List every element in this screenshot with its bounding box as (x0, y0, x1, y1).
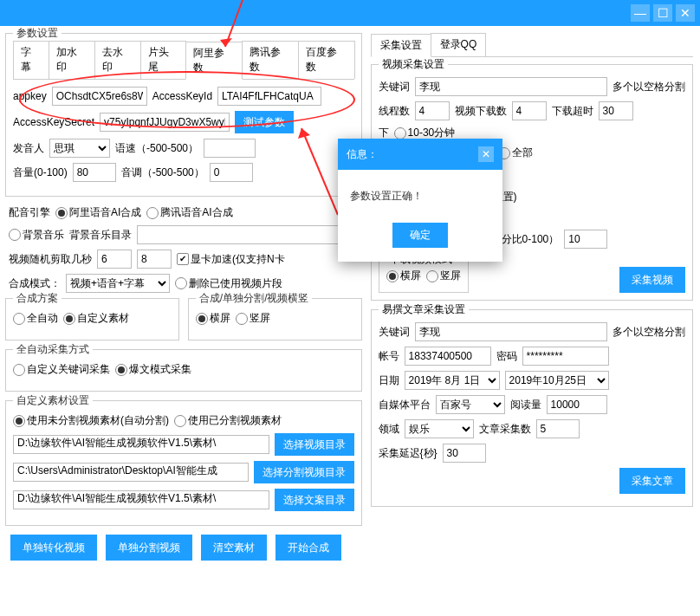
speaker-select[interactable]: 思琪 (49, 139, 110, 158)
bgmusic-dir-label: 背景音乐目录 (69, 228, 132, 243)
modal-header: 信息： ✕ (338, 139, 502, 170)
date-from-select[interactable]: 2019年 8月 1日 (405, 371, 500, 390)
date-to-select[interactable]: 2019年10月25日 (505, 371, 609, 390)
randcut-to-input[interactable] (137, 250, 172, 269)
tab-head-tail[interactable]: 片头尾 (140, 41, 187, 79)
vkw-hint: 多个以空格分割 (612, 80, 685, 94)
dl-mode-group: 下载视频模式 横屏 竖屏 (379, 259, 469, 293)
delete-used-radio[interactable]: 删除已使用视频片段 (175, 276, 282, 291)
art-kw-input[interactable] (415, 322, 607, 341)
timeout-label: 下载超时 (552, 104, 593, 119)
tab-collect-settings[interactable]: 采集设置 (371, 34, 431, 57)
split-dir-path: C:\Users\Administrator\Desktop\AI智能生成 (13, 463, 249, 482)
info-modal: 信息： ✕ 参数设置正确！ 确定 (338, 139, 502, 262)
article-collect-group: 易撰文章采集设置 关键词 多个以空格分割 帐号 密码 日期 2019年 8月 1… (371, 309, 693, 507)
speaker-label: 发音人 (13, 141, 44, 156)
mat-split-radio[interactable]: 使用已分割视频素材 (174, 413, 282, 428)
delay-input[interactable] (443, 444, 486, 463)
close-button[interactable]: ✕ (676, 4, 695, 22)
tab-subtitle[interactable]: 字幕 (13, 41, 49, 79)
select-split-dir-button[interactable]: 选择分割视频目录 (254, 461, 354, 483)
split-video-button[interactable]: 单独分割视频 (106, 535, 192, 561)
field-select[interactable]: 娱乐 (405, 419, 474, 438)
video-collect-title: 视频采集设置 (379, 57, 448, 72)
convert-video-button[interactable]: 单独转化视频 (10, 535, 97, 561)
compose-plan-title: 合成方案 (13, 291, 62, 306)
test-params-button[interactable]: 测试参数 (235, 111, 294, 133)
minimize-button[interactable]: — (631, 4, 650, 22)
platform-select[interactable]: 百家号 (436, 395, 505, 414)
crop-ratio-input[interactable] (564, 230, 607, 249)
tab-add-watermark[interactable]: 加水印 (49, 41, 95, 79)
mat-unsplit-radio[interactable]: 使用未分割视频素材(自动分割) (13, 413, 169, 428)
clear-material-button[interactable]: 清空素材 (201, 535, 267, 561)
plan-custom-radio[interactable]: 自定义素材 (63, 311, 129, 326)
bgmusic-label: 背景音乐 (23, 228, 64, 243)
engine-tencent-label: 腾讯语音AI合成 (160, 205, 232, 220)
pitch-input[interactable] (210, 163, 253, 182)
period-all-radio[interactable]: 全部 (498, 146, 533, 160)
engine-tencent-radio[interactable]: 腾讯语音AI合成 (146, 205, 232, 220)
plan-auto-radio[interactable]: 全自动 (13, 311, 58, 326)
engine-ali-label: 阿里语音AI合成 (69, 205, 141, 220)
tab-tencent-params[interactable]: 腾讯参数 (242, 41, 299, 79)
volume-input[interactable] (73, 163, 116, 182)
maximize-button[interactable]: ☐ (653, 4, 672, 22)
art-count-label: 文章采集数 (479, 422, 531, 437)
randcut-from-input[interactable] (97, 250, 132, 269)
param-settings-title: 参数设置 (13, 26, 62, 41)
vkw-input[interactable] (415, 77, 607, 96)
reads-input[interactable] (547, 395, 607, 414)
orient-h-radio[interactable]: 横屏 (196, 311, 230, 326)
timeout-input[interactable] (599, 101, 633, 120)
tab-remove-watermark[interactable]: 去水印 (94, 41, 141, 79)
dl-mode-h-radio[interactable]: 横屏 (386, 269, 421, 283)
art-count-input[interactable] (536, 419, 580, 438)
tab-login-qq[interactable]: 登录QQ (431, 33, 487, 56)
start-compose-button[interactable]: 开始合成 (275, 535, 341, 561)
bgmusic-dir-input[interactable] (137, 225, 362, 244)
accesskeyid-input[interactable] (217, 87, 321, 106)
gpu-accel-check[interactable]: 显卡加速(仅支持N卡 (177, 252, 285, 267)
select-text-dir-button[interactable]: 选择文案目录 (275, 489, 354, 511)
pitch-label: 音调（-500-500） (121, 165, 204, 180)
modal-close-button[interactable]: ✕ (478, 146, 494, 162)
orient-h-label: 横屏 (210, 311, 230, 326)
orient-group: 合成/单独分割/视频横竖 横屏 竖屏 (188, 298, 362, 340)
modal-ok-button[interactable]: 确定 (392, 223, 448, 248)
orient-v-radio[interactable]: 竖屏 (236, 311, 270, 326)
dl-mode-v-radio[interactable]: 竖屏 (426, 269, 461, 283)
dl-mode-v-label: 竖屏 (440, 269, 461, 283)
platform-label: 自媒体平台 (379, 398, 431, 412)
speed-input[interactable] (204, 139, 256, 158)
threads-input[interactable] (415, 101, 450, 120)
mat-split-label: 使用已分割视频素材 (188, 413, 282, 428)
accesskeysecret-input[interactable] (100, 113, 230, 132)
reads-label: 阅读量 (510, 398, 541, 412)
account-input[interactable] (405, 347, 491, 366)
tab-ali-params[interactable]: 阿里参数 (185, 42, 243, 80)
collect-video-button[interactable]: 采集视频 (619, 267, 685, 293)
bgmusic-radio[interactable]: 背景音乐 (9, 228, 64, 243)
appkey-input[interactable] (52, 87, 147, 106)
select-video-dir-button[interactable]: 选择视频目录 (275, 433, 354, 456)
right-tabs: 采集设置 登录QQ (371, 33, 693, 57)
auto-hot-radio[interactable]: 爆文模式采集 (115, 362, 191, 377)
speed-label: 语速（-500-500） (115, 141, 198, 156)
orient-v-label: 竖屏 (250, 311, 270, 326)
plan-custom-label: 自定义素材 (77, 311, 129, 326)
password-input[interactable] (522, 347, 609, 366)
delay-label: 采集延迟{秒} (379, 446, 438, 461)
dlcount-label: 视频下载数 (455, 104, 507, 119)
auto-hot-label: 爆文模式采集 (129, 362, 191, 377)
tab-baidu-params[interactable]: 百度参数 (298, 41, 355, 79)
auto-kw-radio[interactable]: 自定义关键词采集 (13, 362, 110, 377)
engine-ali-radio[interactable]: 阿里语音AI合成 (55, 205, 141, 220)
collect-article-button[interactable]: 采集文章 (619, 468, 685, 494)
modal-title: 信息： (347, 147, 378, 162)
compose-mode-select[interactable]: 视频+语音+字幕 (66, 274, 170, 293)
plan-auto-label: 全自动 (27, 311, 58, 326)
account-label: 帐号 (379, 349, 399, 364)
dlcount-input[interactable] (512, 101, 547, 120)
mat-unsplit-label: 使用未分割视频素材(自动分割) (27, 413, 169, 428)
